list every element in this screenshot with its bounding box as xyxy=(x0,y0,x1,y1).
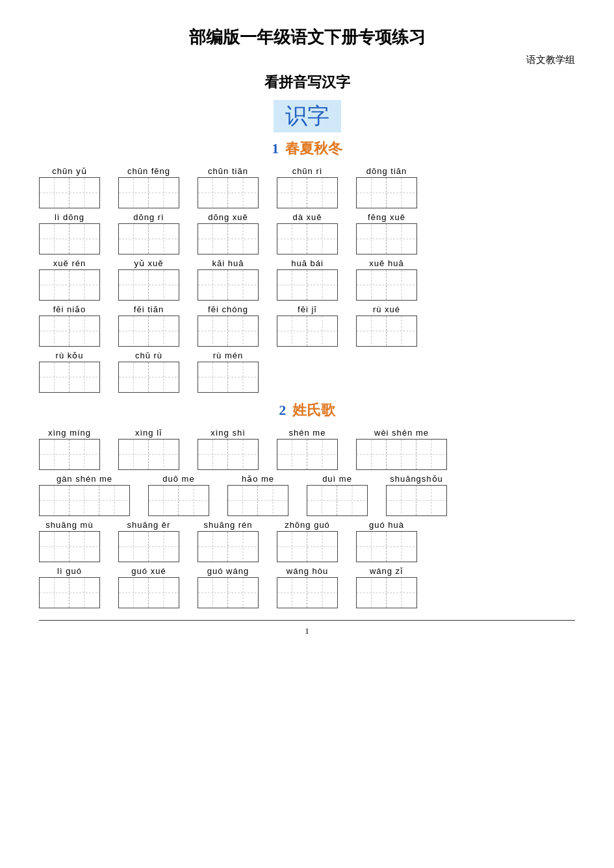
char-cell xyxy=(149,224,179,254)
char-cell xyxy=(99,486,129,515)
word-unit: dōng tiān xyxy=(356,166,417,208)
pinyin-label: shuāng rén xyxy=(203,520,252,530)
char-cells xyxy=(356,577,417,608)
char-cell xyxy=(40,440,70,469)
word-unit: dà xuě xyxy=(277,212,338,254)
char-cells xyxy=(356,316,417,347)
char-cell xyxy=(387,316,416,346)
word-unit: chūn rì xyxy=(277,166,338,208)
char-cell xyxy=(198,178,228,208)
char-cell xyxy=(307,440,337,469)
word-unit: huā bái xyxy=(277,258,338,301)
pinyin-label: huā bái xyxy=(291,258,324,268)
pinyin-label: xuě huā xyxy=(369,258,403,268)
char-cell xyxy=(307,270,337,300)
char-cells xyxy=(118,577,179,608)
char-cell xyxy=(40,362,70,392)
char-cells xyxy=(198,531,259,562)
char-cells xyxy=(198,362,259,393)
char-cell xyxy=(307,532,337,562)
pinyin-label: fēi niǎo xyxy=(53,304,86,314)
char-cells xyxy=(227,485,288,516)
char-cells xyxy=(198,577,259,608)
chapter1-title: 1 春夏秋冬 xyxy=(272,140,342,156)
char-cell xyxy=(119,440,149,469)
char-cell xyxy=(387,578,416,608)
pinyin-label: xìng shì xyxy=(211,428,246,438)
char-cell xyxy=(228,532,258,562)
char-cells xyxy=(277,223,338,254)
char-cell xyxy=(70,362,99,392)
char-cell xyxy=(40,178,70,208)
word-unit: xìng lǐ xyxy=(118,428,179,470)
char-cell xyxy=(337,486,367,515)
char-cell xyxy=(198,532,228,562)
word-unit: yǔ xuě xyxy=(118,258,179,301)
char-cell xyxy=(228,316,258,346)
char-cell xyxy=(357,532,387,562)
char-cells xyxy=(277,531,338,562)
char-cell xyxy=(70,178,99,208)
char-cells xyxy=(356,223,417,254)
char-cell xyxy=(416,486,446,515)
char-cell xyxy=(387,486,416,515)
char-cell xyxy=(277,178,307,208)
word-unit: fēi chóng xyxy=(198,304,259,347)
char-cell xyxy=(357,316,387,346)
word-unit: fēng xuě xyxy=(356,212,417,254)
pinyin-label: rù mén xyxy=(213,351,243,360)
word-unit: dōng xuě xyxy=(198,212,259,254)
char-cells xyxy=(198,223,259,254)
char-cell xyxy=(149,578,179,608)
word-unit: rù mén xyxy=(198,351,259,393)
pinyin-label: dà xuě xyxy=(292,212,322,222)
word-unit: wèi shén me xyxy=(356,428,447,470)
char-cell xyxy=(416,440,446,469)
char-cell xyxy=(198,270,228,300)
char-cells xyxy=(39,269,100,301)
char-cells xyxy=(356,531,417,562)
pinyin-label: shén me xyxy=(289,428,326,438)
char-cell xyxy=(149,440,179,469)
char-cell xyxy=(357,178,387,208)
chapter1-content: chūn yǔ chūn fēng chūn tiān chūn rì dōng… xyxy=(39,166,575,393)
word-unit: xuě huā xyxy=(356,258,417,301)
char-cells xyxy=(118,177,179,208)
char-cell xyxy=(357,270,387,300)
char-cells xyxy=(198,269,259,301)
pinyin-label: chū rù xyxy=(135,351,162,360)
char-cell xyxy=(357,578,387,608)
char-cell xyxy=(40,270,70,300)
pinyin-label: yǔ xuě xyxy=(134,258,163,268)
word-unit: fēi niǎo xyxy=(39,304,100,347)
word-row: shuāng mù shuāng ěr shuāng rén zhōng guó… xyxy=(39,520,575,562)
pinyin-label: guó huà xyxy=(369,520,404,530)
char-cells xyxy=(39,316,100,347)
word-unit: xìng míng xyxy=(39,428,100,470)
char-cell xyxy=(277,578,307,608)
pinyin-label: zhōng guó xyxy=(285,520,330,530)
char-cells xyxy=(118,362,179,393)
word-unit: dōng rì xyxy=(118,212,179,254)
char-cell xyxy=(179,486,209,515)
word-unit: xuě rén xyxy=(39,258,100,301)
word-unit: lì dōng xyxy=(39,212,100,254)
char-cells xyxy=(39,531,100,562)
word-unit: duō me xyxy=(148,474,209,516)
char-cell xyxy=(228,270,258,300)
pinyin-label: wáng hòu xyxy=(287,566,328,576)
char-cell xyxy=(198,362,228,392)
char-cell xyxy=(40,532,70,562)
pinyin-label: chūn yǔ xyxy=(52,166,86,176)
pinyin-label: xuě rén xyxy=(53,258,86,268)
word-row: gàn shén me duō me hǎo me duì me shuāngs… xyxy=(39,474,575,516)
char-cells xyxy=(118,269,179,301)
char-cell xyxy=(307,486,337,515)
char-cell xyxy=(277,270,307,300)
word-row: lì dōng dōng rì dōng xuě dà xuě fēng xuě xyxy=(39,212,575,254)
char-cell xyxy=(70,578,99,608)
char-cell xyxy=(119,362,149,392)
char-cell xyxy=(70,486,99,515)
pinyin-label: dōng rì xyxy=(133,212,164,222)
char-cells xyxy=(39,439,100,470)
